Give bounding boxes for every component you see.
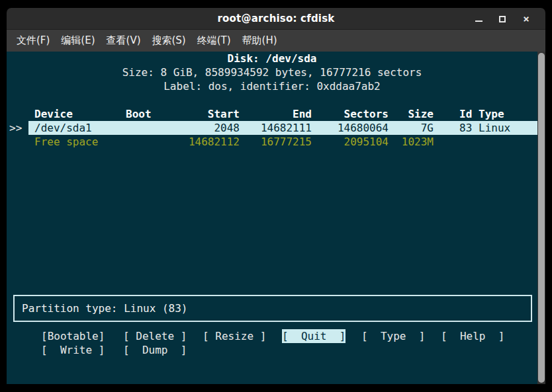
scrollbar-thumb[interactable]: [538, 53, 545, 383]
cell-end: 16777215: [261, 135, 312, 149]
cell-size: 7G: [421, 121, 434, 135]
cell-sectors: 14680064: [338, 121, 389, 135]
minimize-icon: [475, 20, 483, 22]
partition-row-sda1[interactable]: >> /dev/sda1 2048 14682111 14680064 7G 8…: [7, 121, 537, 135]
window-controls: ×: [471, 8, 539, 30]
write-button[interactable]: [ Write ]: [41, 343, 105, 357]
terminal-screen: Disk: /dev/sda Size: 8 GiB, 8589934592 b…: [7, 52, 537, 384]
resize-button[interactable]: [ Resize ]: [203, 329, 266, 343]
menu-item-search[interactable]: 搜索(S): [152, 32, 187, 49]
selection-pointer: >>: [9, 121, 22, 135]
menu-item-file[interactable]: 文件(F): [16, 32, 50, 49]
help-button[interactable]: [ Help ]: [441, 329, 504, 343]
close-button[interactable]: ×: [519, 12, 533, 26]
cfdisk-menu-row-2: [ Write ] [ Dump ]: [7, 343, 537, 357]
menu-item-help[interactable]: 帮助(H): [242, 32, 278, 49]
header-start: Start: [208, 107, 240, 121]
bootable-button[interactable]: [Bootable]: [41, 329, 105, 343]
free-space-row[interactable]: Free space 14682112 16777215 2095104 102…: [7, 135, 537, 149]
cell-start: 14682112: [189, 135, 240, 149]
cell-id: 83: [459, 121, 472, 135]
partition-table-header: Device Boot Start End Sectors Size Id Ty…: [7, 107, 537, 121]
menu-bar: 文件(F) 编辑(E) 查看(V) 搜索(S) 终端(T) 帮助(H): [7, 30, 545, 52]
menu-item-view[interactable]: 查看(V): [106, 32, 142, 49]
cell-sectors: 2095104: [344, 135, 389, 149]
maximize-button[interactable]: [495, 12, 510, 26]
cell-type: Linux: [479, 121, 510, 135]
maximize-icon: [499, 16, 506, 22]
menu-item-edit[interactable]: 编辑(E): [60, 32, 95, 49]
minimize-button[interactable]: [471, 12, 486, 26]
disk-label-line: Label: dos, identifier: 0xddaa7ab2: [7, 79, 537, 93]
header-size: Size: [408, 107, 434, 121]
cell-device: /dev/sda1: [34, 121, 92, 135]
cell-device: Free space: [34, 135, 98, 149]
header-id: Id: [459, 107, 472, 121]
header-type: Type: [479, 107, 504, 121]
cell-size: 1023M: [402, 135, 434, 149]
header-sectors: Sectors: [344, 107, 389, 121]
cfdisk-menu-row-1: [Bootable] [ Delete ] [ Resize ] [ Quit …: [7, 329, 537, 343]
scrollbar[interactable]: [537, 52, 545, 384]
window-title: root@archiso: cfdisk: [217, 13, 334, 24]
dump-button[interactable]: [ Dump ]: [123, 343, 187, 357]
header-device: Device: [34, 107, 73, 121]
menu-item-terminal[interactable]: 终端(T): [197, 32, 232, 49]
delete-button[interactable]: [ Delete ]: [123, 329, 187, 343]
cell-end: 14682111: [261, 121, 312, 135]
header-end: End: [293, 107, 312, 121]
partition-type-box: Partition type: Linux (83): [13, 295, 532, 322]
partition-type-text: Partition type: Linux (83): [22, 296, 187, 321]
type-button[interactable]: [ Type ]: [361, 329, 425, 343]
disk-size-line: Size: 8 GiB, 8589934592 bytes, 16777216 …: [7, 65, 537, 79]
close-icon: ×: [523, 14, 529, 24]
title-bar: root@archiso: cfdisk ×: [7, 8, 545, 30]
disk-title: Disk: /dev/sda: [7, 52, 537, 65]
cell-start: 2048: [214, 121, 240, 135]
quit-button[interactable]: [ Quit ]: [282, 329, 345, 343]
header-boot: Boot: [126, 107, 152, 121]
